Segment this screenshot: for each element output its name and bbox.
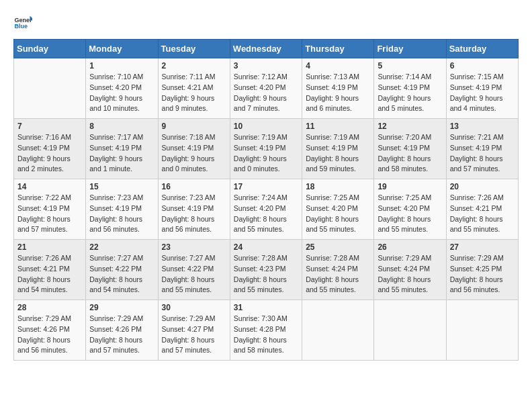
svg-text:Blue: Blue <box>14 23 28 30</box>
sunset-text: Sunset: 4:19 PM <box>17 204 70 212</box>
day-info: Sunrise: 7:15 AMSunset: 4:19 PMDaylight:… <box>450 72 515 114</box>
sunrise-text: Sunrise: 7:29 AM <box>450 254 504 262</box>
sunset-text: Sunset: 4:20 PM <box>234 204 286 212</box>
calendar-cell: 6Sunrise: 7:15 AMSunset: 4:19 PMDaylight… <box>446 58 518 119</box>
day-info: Sunrise: 7:18 AMSunset: 4:19 PMDaylight:… <box>162 132 226 175</box>
sunset-text: Sunset: 4:28 PM <box>234 325 286 333</box>
sunset-text: Sunset: 4:19 PM <box>306 144 358 152</box>
sunrise-text: Sunrise: 7:20 AM <box>378 133 431 141</box>
daylight-text: Daylight: 8 hours and 56 minutes. <box>450 275 503 294</box>
daylight-text: Daylight: 8 hours and 57 minutes. <box>17 215 71 234</box>
sunrise-text: Sunrise: 7:26 AM <box>450 193 504 201</box>
sunset-text: Sunset: 4:21 AM <box>162 83 214 91</box>
sunset-text: Sunset: 4:26 PM <box>17 325 70 333</box>
sunrise-text: Sunrise: 7:19 AM <box>234 133 287 141</box>
calendar-cell <box>374 300 446 361</box>
day-info: Sunrise: 7:14 AMSunset: 4:19 PMDaylight:… <box>378 72 442 114</box>
day-number: 23 <box>162 242 226 252</box>
day-info: Sunrise: 7:22 AMSunset: 4:19 PMDaylight:… <box>17 193 82 235</box>
day-info: Sunrise: 7:29 AMSunset: 4:25 PMDaylight:… <box>450 253 515 295</box>
sunrise-text: Sunrise: 7:19 AM <box>306 133 359 141</box>
sunrise-text: Sunrise: 7:11 AM <box>162 73 216 81</box>
sunrise-text: Sunrise: 7:18 AM <box>162 133 216 141</box>
sunset-text: Sunset: 4:19 PM <box>378 144 430 152</box>
calendar-cell: 17Sunrise: 7:24 AMSunset: 4:20 PMDayligh… <box>230 179 302 240</box>
day-info: Sunrise: 7:23 AMSunset: 4:19 PMDaylight:… <box>162 193 226 235</box>
day-info: Sunrise: 7:16 AMSunset: 4:19 PMDaylight:… <box>17 132 82 175</box>
calendar-cell: 3Sunrise: 7:12 AMSunset: 4:20 PMDaylight… <box>230 58 302 119</box>
calendar-cell: 11Sunrise: 7:19 AMSunset: 4:19 PMDayligh… <box>302 119 374 179</box>
calendar-cell: 10Sunrise: 7:19 AMSunset: 4:19 PMDayligh… <box>230 119 302 179</box>
daylight-text: Daylight: 9 hours and 0 minutes. <box>234 154 287 173</box>
sunset-text: Sunset: 4:25 PM <box>450 265 502 273</box>
day-number: 3 <box>234 61 298 71</box>
header-wednesday: Wednesday <box>230 40 302 58</box>
sunrise-text: Sunrise: 7:25 AM <box>378 193 431 201</box>
day-number: 16 <box>162 182 226 191</box>
logo-icon: General Blue <box>13 13 32 32</box>
calendar-cell: 30Sunrise: 7:29 AMSunset: 4:27 PMDayligh… <box>158 300 230 361</box>
sunrise-text: Sunrise: 7:29 AM <box>89 314 143 322</box>
day-number: 15 <box>89 182 154 191</box>
calendar-cell: 4Sunrise: 7:13 AMSunset: 4:19 PMDaylight… <box>302 58 374 119</box>
svg-text:General: General <box>14 17 32 24</box>
calendar-cell: 25Sunrise: 7:28 AMSunset: 4:24 PMDayligh… <box>302 240 374 300</box>
day-number: 8 <box>89 122 154 131</box>
header-thursday: Thursday <box>302 40 374 58</box>
calendar-cell: 19Sunrise: 7:25 AMSunset: 4:20 PMDayligh… <box>374 179 446 240</box>
daylight-text: Daylight: 9 hours and 10 minutes. <box>89 94 142 113</box>
sunset-text: Sunset: 4:20 PM <box>306 204 358 212</box>
sunset-text: Sunset: 4:19 PM <box>306 83 358 91</box>
sunset-text: Sunset: 4:20 PM <box>234 83 286 91</box>
sunrise-text: Sunrise: 7:23 AM <box>89 193 143 201</box>
sunset-text: Sunset: 4:21 PM <box>17 265 70 273</box>
calendar-cell: 8Sunrise: 7:17 AMSunset: 4:19 PMDaylight… <box>86 119 158 179</box>
daylight-text: Daylight: 8 hours and 55 minutes. <box>450 215 503 234</box>
daylight-text: Daylight: 8 hours and 55 minutes. <box>234 275 287 294</box>
day-number: 26 <box>378 242 442 252</box>
day-number: 21 <box>17 242 82 252</box>
sunrise-text: Sunrise: 7:29 AM <box>378 254 431 262</box>
calendar-week-row: 1Sunrise: 7:10 AMSunset: 4:20 PMDaylight… <box>14 58 519 119</box>
daylight-text: Daylight: 9 hours and 2 minutes. <box>17 154 71 173</box>
daylight-text: Daylight: 9 hours and 6 minutes. <box>306 94 359 113</box>
calendar-cell: 22Sunrise: 7:27 AMSunset: 4:22 PMDayligh… <box>86 240 158 300</box>
calendar-cell: 14Sunrise: 7:22 AMSunset: 4:19 PMDayligh… <box>14 179 86 240</box>
sunset-text: Sunset: 4:22 PM <box>162 265 214 273</box>
calendar-cell: 1Sunrise: 7:10 AMSunset: 4:20 PMDaylight… <box>86 58 158 119</box>
header: General Blue <box>13 13 519 32</box>
day-number: 31 <box>234 303 298 312</box>
sunrise-text: Sunrise: 7:23 AM <box>162 193 216 201</box>
logo: General Blue <box>13 13 35 32</box>
daylight-text: Daylight: 8 hours and 58 minutes. <box>378 154 431 173</box>
day-number: 17 <box>234 182 298 191</box>
daylight-text: Daylight: 8 hours and 59 minutes. <box>306 154 359 173</box>
sunset-text: Sunset: 4:27 PM <box>162 325 214 333</box>
day-number: 6 <box>450 61 515 71</box>
day-info: Sunrise: 7:29 AMSunset: 4:26 PMDaylight:… <box>89 314 154 356</box>
calendar-header-row: Sunday Monday Tuesday Wednesday Thursday… <box>14 40 519 58</box>
sunrise-text: Sunrise: 7:16 AM <box>17 133 71 141</box>
day-info: Sunrise: 7:19 AMSunset: 4:19 PMDaylight:… <box>306 132 370 175</box>
calendar-cell: 23Sunrise: 7:27 AMSunset: 4:22 PMDayligh… <box>158 240 230 300</box>
day-number: 7 <box>17 122 82 131</box>
day-info: Sunrise: 7:29 AMSunset: 4:27 PMDaylight:… <box>162 314 226 356</box>
day-info: Sunrise: 7:29 AMSunset: 4:24 PMDaylight:… <box>378 253 442 295</box>
day-number: 24 <box>234 242 298 252</box>
header-monday: Monday <box>86 40 158 58</box>
header-saturday: Saturday <box>446 40 518 58</box>
calendar-cell: 24Sunrise: 7:28 AMSunset: 4:23 PMDayligh… <box>230 240 302 300</box>
day-info: Sunrise: 7:20 AMSunset: 4:19 PMDaylight:… <box>378 132 442 175</box>
calendar-cell: 12Sunrise: 7:20 AMSunset: 4:19 PMDayligh… <box>374 119 446 179</box>
calendar-cell: 9Sunrise: 7:18 AMSunset: 4:19 PMDaylight… <box>158 119 230 179</box>
daylight-text: Daylight: 8 hours and 57 minutes. <box>89 336 142 355</box>
header-sunday: Sunday <box>14 40 86 58</box>
daylight-text: Daylight: 8 hours and 58 minutes. <box>234 336 287 355</box>
day-info: Sunrise: 7:13 AMSunset: 4:19 PMDaylight:… <box>306 72 370 114</box>
sunset-text: Sunset: 4:26 PM <box>89 325 142 333</box>
day-number: 13 <box>450 122 515 131</box>
calendar-cell: 18Sunrise: 7:25 AMSunset: 4:20 PMDayligh… <box>302 179 374 240</box>
calendar-table: Sunday Monday Tuesday Wednesday Thursday… <box>13 39 519 361</box>
daylight-text: Daylight: 8 hours and 56 minutes. <box>17 336 71 355</box>
daylight-text: Daylight: 9 hours and 0 minutes. <box>162 154 215 173</box>
